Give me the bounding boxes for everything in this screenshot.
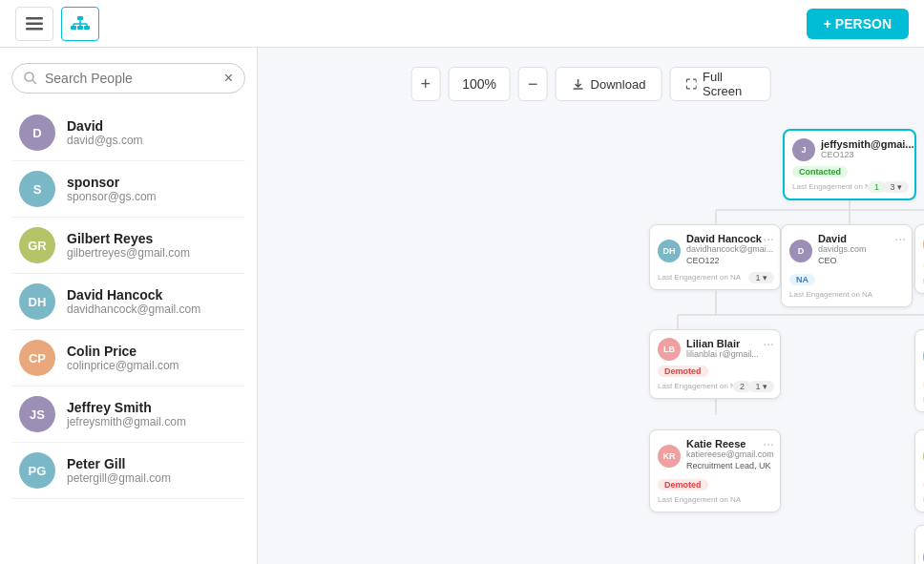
- node-footer-d: Last Engagement on NA: [789, 290, 904, 299]
- node-role-d: CEO: [818, 256, 867, 265]
- node-name-lb: Lilian Blair: [686, 338, 759, 349]
- person-email: sponsor@gs.com: [67, 190, 157, 203]
- person-name: Gilbert Reyes: [67, 231, 190, 246]
- person-info: sponsor sponsor@gs.com: [67, 175, 157, 203]
- person-name: Jeffrey Smith: [67, 400, 186, 415]
- svg-line-13: [32, 80, 36, 84]
- node-email-d: davidgs.com: [818, 244, 867, 254]
- person-name: Peter Gill: [67, 456, 171, 471]
- person-item-js[interactable]: JS Jeffrey Smith jefreysmith@gmail.com: [11, 386, 245, 443]
- list-icon: [26, 17, 43, 31]
- svg-rect-2: [26, 28, 43, 31]
- person-email: jefreysmith@gmail.com: [67, 415, 186, 428]
- svg-rect-6: [84, 26, 90, 30]
- person-avatar: DH: [19, 283, 55, 320]
- person-name: David Hancock: [67, 287, 200, 303]
- person-item-pg[interactable]: PG Peter Gill petergill@gmail.com: [11, 443, 245, 499]
- org-chart-tab[interactable]: [61, 7, 99, 41]
- node-count2[interactable]: 3 ▾: [883, 181, 909, 193]
- svg-rect-3: [77, 16, 83, 20]
- node-role-kr: Recruitment Lead, UK: [686, 461, 774, 470]
- svg-rect-1: [26, 22, 43, 25]
- download-icon: [572, 77, 585, 91]
- node-avatar-kr: KR: [658, 445, 681, 468]
- person-item-cp[interactable]: CP Colin Price colinprice@gmail.com: [11, 330, 245, 386]
- person-email: gilbertreyes@gmail.com: [67, 246, 190, 260]
- fullscreen-button[interactable]: Full Screen: [669, 67, 770, 101]
- node-email-dh: davidhancock@gmai...: [686, 244, 773, 254]
- person-avatar: D: [19, 115, 55, 151]
- person-info: Gilbert Reyes gilbertreyes@gmail.com: [67, 231, 190, 260]
- download-button[interactable]: Download: [556, 67, 662, 101]
- node-more-dh[interactable]: ···: [763, 231, 774, 246]
- node-more-root[interactable]: ···: [897, 136, 909, 152]
- person-info: Colin Price colinprice@gmail.com: [67, 344, 179, 372]
- person-email: colinprice@gmail.com: [67, 359, 179, 372]
- node-header-lb: LB Lilian Blair lilianblai r@gmail...: [658, 338, 772, 361]
- zoom-in-button[interactable]: +: [411, 67, 441, 101]
- zoom-level: 100%: [448, 67, 511, 101]
- node-name-dh: David Hancock: [686, 233, 773, 244]
- add-person-container: + PERSON: [807, 9, 909, 39]
- add-person-label: + PERSON: [824, 16, 892, 31]
- person-info: Jeffrey Smith jefreysmith@gmail.com: [67, 400, 186, 428]
- colin-price-node: ··· CP Colin Price colinprice@gmail.com …: [914, 224, 924, 294]
- node-count-lb[interactable]: 1 ▾: [748, 381, 774, 392]
- node-badge-lb: Demoted: [658, 366, 708, 377]
- node-badge: Contacted: [792, 166, 848, 178]
- person-item-dh[interactable]: DH David Hancock davidhancock@gmail.com: [11, 274, 245, 330]
- node-name-d: David: [818, 233, 867, 244]
- node-more-kr[interactable]: ···: [763, 436, 774, 451]
- peter-gill-node: ··· PG Peter Gill petergill@gmail.com CE…: [914, 329, 924, 412]
- person-info: David Hancock davidhancock@gmail.com: [67, 287, 200, 316]
- search-icon: [24, 72, 37, 85]
- svg-rect-5: [77, 26, 83, 30]
- node-more-d[interactable]: ···: [894, 231, 906, 246]
- zoom-out-button[interactable]: −: [518, 67, 548, 101]
- lilian-blair-node: ··· LB Lilian Blair lilianblai r@gmail..…: [649, 329, 781, 399]
- search-input[interactable]: [45, 71, 217, 86]
- node-header-kr: KR Katie Reese katiereese@gmail.com Recr…: [658, 438, 772, 474]
- download-label: Download: [591, 77, 646, 92]
- node-role-dh: CEO122: [686, 256, 773, 265]
- person-avatar: S: [19, 171, 55, 207]
- main-content: × D David david@gs.com S sponsor sponsor…: [0, 48, 924, 564]
- node-avatar-dh: DH: [658, 240, 681, 262]
- root-node: ··· J jeffysmith@gmai... CEO123 Contacte…: [783, 129, 916, 200]
- toolbar: + PERSON: [0, 0, 924, 48]
- svg-rect-0: [26, 17, 43, 20]
- node-email-lb: lilianblai r@gmail...: [686, 349, 759, 359]
- node-avatar-d: D: [789, 240, 812, 262]
- katie-reese-node: ··· KR Katie Reese katiereese@gmail.com …: [649, 429, 781, 512]
- node-more-lb[interactable]: ···: [763, 336, 774, 351]
- person-email: davidhancock@gmail.com: [67, 303, 200, 316]
- svg-rect-4: [71, 26, 76, 30]
- david-hancock-node: ··· DH David Hancock davidhancock@gmai..…: [649, 224, 781, 290]
- canvas-controls: + 100% − Download Full Screen: [411, 67, 771, 101]
- person-info: David david@gs.com: [67, 118, 143, 147]
- org-chart-icon: [71, 16, 90, 31]
- node-header: J jeffysmith@gmai... CEO123: [792, 138, 907, 161]
- person-item-gr[interactable]: GR Gilbert Reyes gilbertreyes@gmail.com: [11, 218, 245, 274]
- person-item-d[interactable]: D David david@gs.com: [11, 105, 245, 161]
- person-name: David: [67, 118, 143, 134]
- node-avatar: J: [792, 138, 815, 161]
- christopher-marks-node: ··· CM Christopher Marks christophermark…: [914, 525, 924, 564]
- person-avatar: PG: [19, 452, 55, 489]
- person-info: Peter Gill petergill@gmail.com: [67, 456, 171, 485]
- person-item-s[interactable]: S sponsor sponsor@gs.com: [11, 161, 245, 218]
- person-avatar: JS: [19, 396, 55, 432]
- clear-search-button[interactable]: ×: [224, 70, 233, 87]
- search-box: ×: [11, 63, 245, 94]
- person-email: petergill@gmail.com: [67, 471, 171, 485]
- node-badge-kr: Demoted: [658, 479, 708, 491]
- add-person-button[interactable]: + PERSON: [807, 9, 909, 39]
- node-count-dh[interactable]: 1 ▾: [748, 272, 774, 283]
- person-email: david@gs.com: [67, 134, 143, 147]
- people-sidebar: × D David david@gs.com S sponsor sponsor…: [0, 48, 258, 564]
- person-name: sponsor: [67, 175, 157, 190]
- svg-point-12: [25, 73, 33, 81]
- david-node: ··· D David davidgs.com CEO NA Last Enga…: [781, 224, 913, 307]
- list-view-tab[interactable]: [15, 7, 53, 41]
- node-header-dh: DH David Hancock davidhancock@gmai... CE…: [658, 233, 772, 269]
